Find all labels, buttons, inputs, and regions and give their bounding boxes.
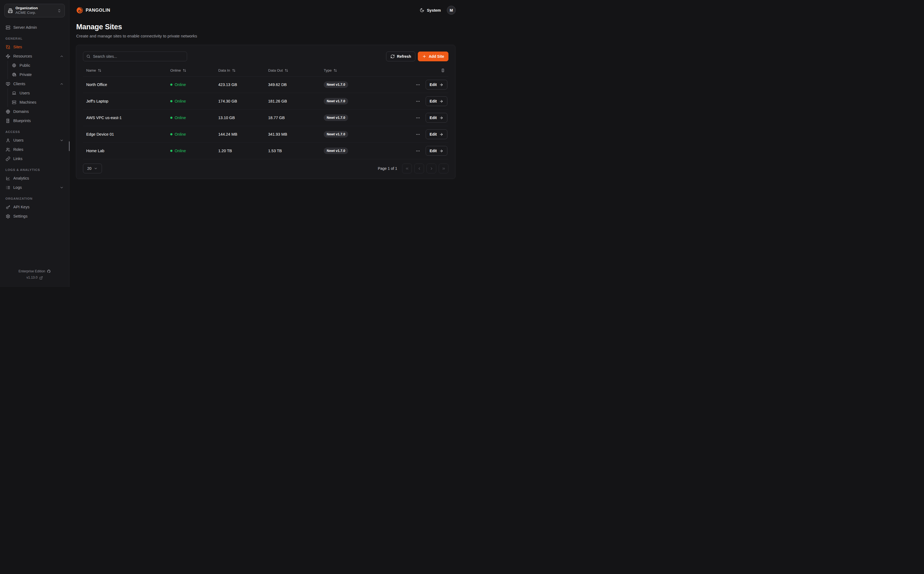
- sidebar-item-links[interactable]: Links: [4, 154, 65, 163]
- table-row[interactable]: Home Lab Online 1.20 TB 1.53 TB Newt v1.…: [83, 143, 448, 159]
- add-site-label: Add Site: [429, 54, 444, 58]
- column-label: Type: [324, 68, 332, 73]
- site-name: Edge Device 01: [83, 132, 167, 136]
- sidebar-item-label: Logs: [13, 185, 22, 189]
- sidebar-item-private[interactable]: Private: [11, 70, 65, 79]
- sidebar-item-machines[interactable]: Machines: [11, 98, 65, 107]
- online-dot-icon: [170, 117, 173, 119]
- external-link-icon: [39, 276, 43, 280]
- column-header-data-in[interactable]: Data In: [215, 68, 265, 73]
- row-menu-button[interactable]: [415, 98, 421, 105]
- sidebar-item-clients[interactable]: Clients: [4, 79, 65, 88]
- edit-button[interactable]: Edit: [426, 96, 447, 106]
- ellipsis-icon: [416, 132, 420, 137]
- version-link[interactable]: v1.13.0: [26, 274, 38, 281]
- org-selector[interactable]: Organization ACME Corp.: [4, 4, 65, 17]
- edit-button[interactable]: Edit: [426, 80, 447, 90]
- user-icon: [5, 138, 10, 143]
- site-name: North Office: [83, 82, 167, 87]
- table-row[interactable]: North Office Online 423.13 GB 349.62 DB …: [83, 77, 448, 93]
- row-menu-button[interactable]: [415, 115, 421, 121]
- row-actions: Edit: [398, 96, 448, 106]
- avatar[interactable]: M: [447, 6, 456, 15]
- row-actions: Edit: [398, 129, 448, 139]
- arrow-right-icon: [439, 99, 443, 103]
- sidebar-item-resources[interactable]: Resources: [4, 52, 65, 61]
- last-page-button[interactable]: [439, 164, 448, 173]
- status-label: Online: [174, 115, 186, 120]
- data-in: 1.20 TB: [215, 149, 265, 153]
- brand-name: PANGOLIN: [86, 8, 110, 13]
- column-header-data-out[interactable]: Data Out: [265, 68, 321, 73]
- site-name: AWS VPC us-east-1: [83, 115, 167, 120]
- sort-icon: [232, 69, 236, 72]
- columns-icon: [441, 68, 445, 73]
- row-menu-button[interactable]: [415, 81, 421, 88]
- edit-label: Edit: [430, 115, 437, 120]
- column-visibility-button[interactable]: [441, 68, 445, 73]
- sidebar-item-public[interactable]: Public: [11, 61, 65, 70]
- ellipsis-icon: [416, 115, 420, 120]
- chevron-down-icon: [60, 186, 64, 189]
- arrow-right-icon: [439, 83, 443, 87]
- sidebar-item-logs[interactable]: Logs: [4, 183, 65, 192]
- table-row[interactable]: AWS VPC us-east-1 Online 13.10 GB 18.77 …: [83, 110, 448, 126]
- arrow-right-icon: [439, 149, 443, 153]
- table-row[interactable]: Jeff's Laptop Online 174.30 GB 181.26 GB…: [83, 93, 448, 110]
- chevron-up-icon: [60, 54, 64, 58]
- org-value: ACME Corp.: [16, 11, 55, 15]
- theme-toggle[interactable]: System: [420, 8, 441, 13]
- type-badge: Newt v1.7.0: [324, 115, 348, 121]
- org-label: Organization: [16, 6, 55, 11]
- column-header-online[interactable]: Online: [167, 68, 215, 73]
- status-cell: Online: [167, 132, 215, 136]
- sidebar-item-client-users[interactable]: Users: [11, 88, 65, 98]
- row-menu-button[interactable]: [415, 148, 421, 155]
- github-link[interactable]: [47, 270, 51, 273]
- search-box: [83, 52, 187, 61]
- search-input[interactable]: [93, 54, 184, 58]
- table-row[interactable]: Edge Device 01 Online 144.24 MB 341.93 M…: [83, 126, 448, 143]
- status-cell: Online: [167, 99, 215, 103]
- sidebar-item-analytics[interactable]: Analytics: [4, 173, 65, 183]
- sidebar-item-settings[interactable]: Settings: [4, 211, 65, 221]
- clients-children: Users Machines: [8, 88, 65, 107]
- edit-button[interactable]: Edit: [426, 146, 447, 156]
- section-title-general: GENERAL: [5, 37, 64, 40]
- column-label: Data Out: [268, 68, 283, 73]
- edit-label: Edit: [430, 82, 437, 87]
- column-header-name[interactable]: Name: [83, 68, 167, 73]
- sidebar-item-label: Resources: [13, 54, 32, 58]
- sidebar-item-sites[interactable]: Sites: [4, 42, 65, 52]
- chevron-left-icon: [417, 167, 421, 170]
- sidebar-item-users[interactable]: Users: [4, 136, 65, 145]
- sidebar-item-server-admin[interactable]: Server Admin: [4, 23, 65, 32]
- chevrons-up-down-icon: [57, 9, 61, 13]
- section-title-access: ACCESS: [5, 130, 64, 134]
- status-label: Online: [174, 149, 186, 153]
- ellipsis-icon: [416, 149, 420, 153]
- add-site-button[interactable]: Add Site: [418, 52, 448, 61]
- brand[interactable]: PANGOLIN: [76, 7, 110, 14]
- sidebar-item-blueprints[interactable]: Blueprints: [4, 116, 65, 125]
- sites-icon: [5, 45, 10, 49]
- sidebar-item-api-keys[interactable]: API Keys: [4, 202, 65, 211]
- type-badge: Newt v1.7.0: [324, 148, 348, 154]
- refresh-button[interactable]: Refresh: [386, 52, 415, 61]
- edit-button[interactable]: Edit: [426, 129, 447, 139]
- first-page-button[interactable]: [402, 164, 412, 173]
- edit-label: Edit: [430, 132, 437, 136]
- ellipsis-icon: [416, 99, 420, 104]
- page-size-select[interactable]: 20: [83, 164, 102, 173]
- topbar: PANGOLIN System M: [69, 0, 462, 15]
- page-head: Manage Sites Create and manage sites to …: [69, 15, 462, 38]
- sidebar-scrollbar[interactable]: [69, 141, 70, 151]
- sidebar-item-roles[interactable]: Roles: [4, 145, 65, 154]
- next-page-button[interactable]: [426, 164, 436, 173]
- row-menu-button[interactable]: [415, 131, 421, 138]
- prev-page-button[interactable]: [414, 164, 424, 173]
- sidebar-item-domains[interactable]: Domains: [4, 107, 65, 116]
- sidebar: Organization ACME Corp. Server Admin GEN…: [0, 0, 69, 287]
- edit-button[interactable]: Edit: [426, 113, 447, 123]
- column-header-type[interactable]: Type: [321, 68, 398, 73]
